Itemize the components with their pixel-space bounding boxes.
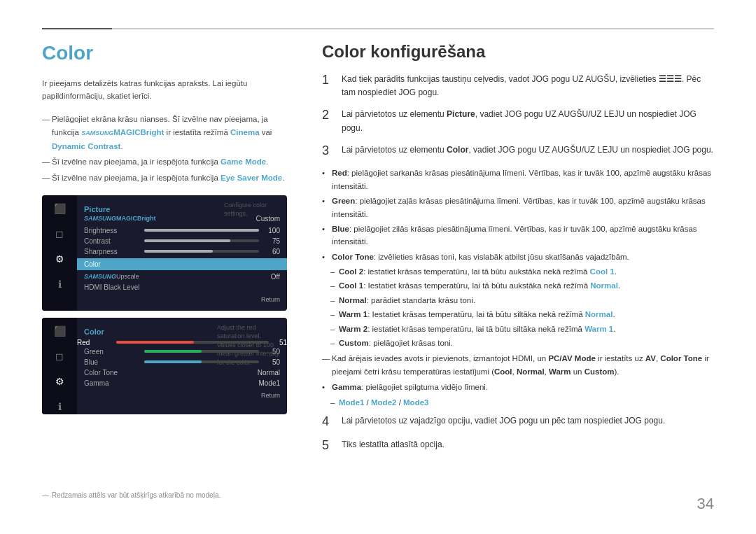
bullet-red: Red: pielāgojiet sarkanās krāsas piesāti… xyxy=(322,167,714,192)
info-icon: ℹ xyxy=(52,276,67,292)
panel-sidebar-2: ⬛ ◻ ⚙ ℹ xyxy=(42,318,77,414)
sub-custom: Custom: pielāgojiet krāsas toni. xyxy=(322,337,714,349)
bullet-colortone: Color Tone: izvēlieties krāsas toni, kas… xyxy=(322,251,714,263)
step-1: 1 Kad tiek parādīts funkcijas taustiņu c… xyxy=(322,73,714,99)
bullet-green: Green: pielāgojiet zaļās krāsas piesātin… xyxy=(322,195,714,220)
picture-icon-2: ◻ xyxy=(52,349,67,364)
left-title: Color xyxy=(42,42,287,64)
sub-cool2: Cool 2: iestatiet krāsas temperatūru, la… xyxy=(322,265,714,278)
bullet-blue: Blue: pielāgojiet zilās krāsas piesātinā… xyxy=(322,223,714,248)
dash-hdmi: Kad ārējais ievades avots ir pievienots,… xyxy=(322,352,714,378)
monitor-panel-1: Configure color settings. ⬛ ◻ ⚙ ℹ Pictur… xyxy=(42,195,287,311)
top-line xyxy=(42,28,714,29)
gamma-row: Gamma Mode1 xyxy=(84,379,280,387)
configure-note: Configure color settings. xyxy=(224,201,280,218)
bullet-gamma: Gamma: pielāgojiet spilgtuma vidējo līme… xyxy=(322,381,714,393)
picture-icon: ◻ xyxy=(52,226,67,241)
left-intro: Ir pieejams detalizēts katras funkcijas … xyxy=(42,77,287,103)
left-column: Color Ir pieejams detalizēts katras funk… xyxy=(42,42,287,414)
panel1-return: Return xyxy=(84,294,280,305)
info-icon-2: ℹ xyxy=(52,399,67,414)
bullet-3: Šī izvēlne nav pieejama, ja ir iespējota… xyxy=(42,171,287,185)
settings-icon: ⚙ xyxy=(52,251,67,267)
monitor-icon: ⬛ xyxy=(52,201,67,216)
step-2: 2 Lai pārvietotos uz elementu Picture, v… xyxy=(322,108,714,134)
sub-normal: Normal: parādiet standarta krāsu toni. xyxy=(322,294,714,307)
bottom-note: Redzamais attēls var būt atšķirīgs atkar… xyxy=(42,491,220,499)
magic-samsung: SAMSUNG xyxy=(84,215,116,222)
monitor-panel-2: Adjust the red saturation level. Values … xyxy=(42,318,287,414)
brightness-row: Brightness 100 xyxy=(84,227,280,234)
sharpness-row: Sharpness 60 xyxy=(84,248,280,255)
sub-cool1: Cool 1: Iestatiet krāsas temperatūru, la… xyxy=(322,279,714,292)
step-3: 3 Lai pārvietotos uz elementu Color, vad… xyxy=(322,143,714,159)
top-line-accent xyxy=(42,28,112,29)
magic-bright: MAGICBright xyxy=(116,215,156,222)
panel2-return: Return xyxy=(84,390,280,401)
bullet-1: Pielāgojiet ekrāna krāsu nianses. Šī izv… xyxy=(42,113,287,154)
contrast-row: Contrast 75 xyxy=(84,237,280,245)
upscale-row: SAMSUNGUpscale Off xyxy=(84,273,280,281)
right-column: Color konfigurēšana 1 Kad tiek parādīts … xyxy=(322,42,714,461)
sub-warm2: Warm 2: iestatiet krāsas temperatūru, la… xyxy=(322,323,714,335)
sub-modes: Mode1 / Mode2 / Mode3 xyxy=(322,396,714,409)
hdmi-row: HDMI Black Level xyxy=(84,283,280,291)
page-number: 34 xyxy=(697,495,714,513)
step-5: 5 Tiks iestatīta atlasītā opcija. xyxy=(322,438,714,454)
colortone-row: Color Tone Normal xyxy=(84,369,280,377)
monitor-icon-2: ⬛ xyxy=(52,323,67,339)
bullet-2: Šī izvēlne nav pieejama, ja ir iespējota… xyxy=(42,155,287,169)
right-title: Color konfigurēšana xyxy=(322,42,714,62)
color-row-highlighted: Color ▶ xyxy=(77,258,287,270)
settings-icon-2: ⚙ xyxy=(52,374,67,389)
panel-sidebar-1: ⬛ ◻ ⚙ ℹ xyxy=(42,195,77,311)
step-4: 4 Lai pārvietotos uz vajadzīgo opciju, v… xyxy=(322,414,714,430)
sub-warm1: Warm 1: Iestatiet krāsas temperatūru, la… xyxy=(322,308,714,321)
